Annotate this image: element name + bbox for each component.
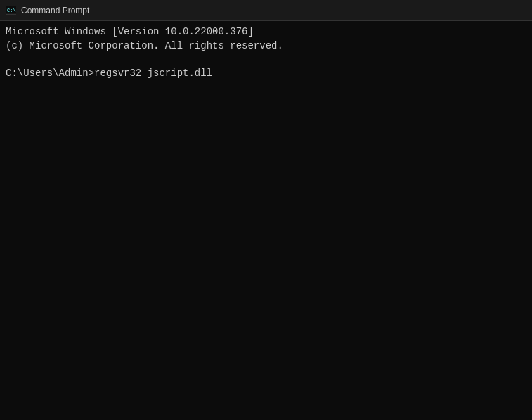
command-prompt-window: C:\ Command Prompt Microsoft Windows [Ve… [0,0,532,420]
svg-text:C:\: C:\ [7,8,16,13]
copyright-line: (c) Microsoft Corporation. All rights re… [6,39,526,53]
version-line: Microsoft Windows [Version 10.0.22000.37… [6,25,526,39]
terminal-body[interactable]: Microsoft Windows [Version 10.0.22000.37… [0,21,532,420]
title-bar: C:\ Command Prompt [0,0,532,21]
command-line: C:\Users\Admin>regsvr32 jscript.dll [6,67,526,81]
title-bar-label: Command Prompt [21,6,526,15]
svg-rect-3 [6,14,16,15]
blank-line [6,53,526,67]
cmd-icon: C:\ [6,5,17,16]
